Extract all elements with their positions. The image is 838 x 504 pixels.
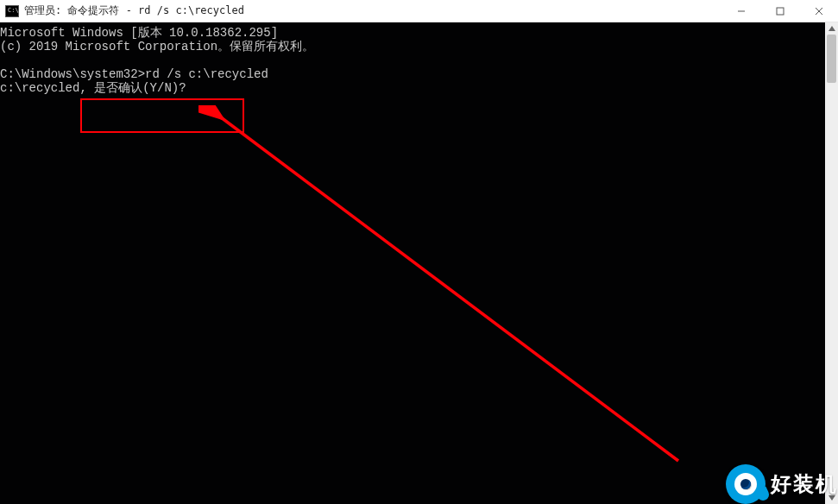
svg-marker-4: [829, 26, 835, 31]
watermark-text: 好装机: [771, 470, 838, 498]
cmd-window: 管理员: 命令提示符 - rd /s c:\recycled Microsoft…: [0, 0, 838, 504]
minimize-button[interactable]: [721, 0, 760, 22]
cmd-icon: [5, 5, 19, 17]
window-title: 管理员: 命令提示符 - rd /s c:\recycled: [24, 3, 244, 18]
scrollbar-thumb[interactable]: [827, 35, 836, 83]
watermark: 好装机: [726, 464, 838, 504]
maximize-button[interactable]: [760, 0, 799, 22]
svg-rect-1: [777, 8, 784, 15]
console-output: Microsoft Windows [版本 10.0.18362.295] (c…: [0, 22, 825, 504]
vertical-scrollbar[interactable]: [825, 22, 838, 504]
scroll-up-arrow-icon[interactable]: [825, 22, 838, 35]
close-button[interactable]: [799, 0, 838, 22]
titlebar[interactable]: 管理员: 命令提示符 - rd /s c:\recycled: [0, 0, 838, 22]
console-area[interactable]: Microsoft Windows [版本 10.0.18362.295] (c…: [0, 22, 838, 504]
watermark-logo-icon: [726, 464, 766, 504]
